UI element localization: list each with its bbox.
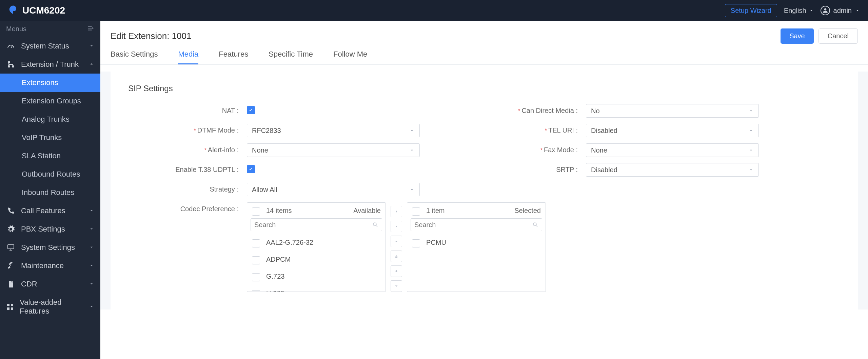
sidebar-item-system-status[interactable]: System Status <box>0 37 100 55</box>
user-name: admin <box>833 7 852 15</box>
tab-specific-time[interactable]: Specific Time <box>269 50 313 64</box>
nat-checkbox[interactable] <box>247 106 255 114</box>
can-direct-media-select[interactable]: No <box>586 104 759 118</box>
transfer-buttons <box>391 202 402 292</box>
transfer-available-search-input[interactable] <box>254 221 372 229</box>
sidebar-item-label: CDR <box>21 280 37 288</box>
chevron-up-icon <box>89 60 94 69</box>
transfer-move-up-button[interactable] <box>391 236 402 247</box>
srtp-select[interactable]: Disabled <box>586 163 759 177</box>
transfer-item[interactable]: ADPCM <box>247 251 386 268</box>
svg-rect-7 <box>11 307 13 310</box>
transfer-item[interactable]: H.263 <box>247 285 386 292</box>
checkbox[interactable] <box>252 256 260 264</box>
save-button[interactable]: Save <box>781 28 814 44</box>
transfer-selected-search[interactable] <box>411 218 542 231</box>
transfer-available-list[interactable]: AAL2-G.726-32 ADPCM G.723 H.263 <box>247 234 386 292</box>
monitor-icon <box>6 243 16 252</box>
user-menu[interactable]: admin <box>821 6 860 15</box>
sidebar-item-label: Maintenance <box>21 261 64 270</box>
strategy-select[interactable]: Allow All <box>247 183 420 196</box>
language-label: English <box>784 7 806 15</box>
chevron-down-icon <box>89 261 94 270</box>
dtmf-mode-select[interactable]: RFC2833 <box>247 124 420 137</box>
srtp-label: SRTP : <box>467 163 586 174</box>
svg-rect-6 <box>7 307 9 310</box>
transfer-available-search[interactable] <box>251 218 382 231</box>
fax-mode-select[interactable]: None <box>586 143 759 157</box>
can-direct-media-label: Can Direct Media : <box>521 107 578 114</box>
transfer-move-right-button[interactable] <box>391 221 402 232</box>
sidebar-subitem-extensions[interactable]: Extensions <box>0 74 100 92</box>
transfer-move-left-button[interactable] <box>391 206 402 217</box>
sidebar-item-cdr[interactable]: CDR <box>0 275 100 293</box>
chevron-down-icon <box>409 187 415 192</box>
checkbox[interactable] <box>252 273 260 281</box>
setup-wizard-button[interactable]: Setup Wizard <box>725 4 777 17</box>
tab-basic-settings[interactable]: Basic Settings <box>111 50 158 64</box>
brand-name: UCM6202 <box>22 5 65 16</box>
phone-icon <box>6 207 16 215</box>
transfer-selected-search-input[interactable] <box>414 221 532 229</box>
tab-features[interactable]: Features <box>219 50 248 64</box>
tab-follow-me[interactable]: Follow Me <box>333 50 367 64</box>
chevron-down-icon <box>89 280 94 288</box>
transfer-item[interactable]: AAL2-G.726-32 <box>247 234 386 251</box>
sidebar: Menus System Status Extension / Trunk Ex… <box>0 21 100 359</box>
fax-mode-label: Fax Mode : <box>544 146 578 154</box>
brand: UCM6202 <box>8 5 65 17</box>
svg-point-8 <box>373 223 376 226</box>
chevron-down-icon <box>748 128 754 133</box>
search-icon <box>372 222 378 228</box>
network-icon <box>6 60 16 68</box>
tel-uri-select[interactable]: Disabled <box>586 124 759 137</box>
nat-label: NAT : <box>128 104 247 115</box>
chevron-down-icon <box>409 147 415 153</box>
sidebar-item-extension-trunk[interactable]: Extension / Trunk <box>0 55 100 74</box>
codec-transfer: 14 items Available AAL2-G.726-32 <box>247 202 806 292</box>
sidebar-subitem-voip-trunks[interactable]: VoIP Trunks <box>0 128 100 147</box>
codec-pref-label: Codec Preference : <box>128 202 247 213</box>
sidebar-item-label: System Status <box>21 42 69 51</box>
sidebar-subitem-analog-trunks[interactable]: Analog Trunks <box>0 110 100 128</box>
transfer-move-top-button[interactable] <box>391 251 402 262</box>
checkbox[interactable] <box>412 239 420 247</box>
sidebar-subitem-extension-groups[interactable]: Extension Groups <box>0 92 100 110</box>
cancel-button[interactable]: Cancel <box>818 28 858 44</box>
section-title: SIP Settings <box>128 84 840 93</box>
menus-header: Menus <box>0 21 100 37</box>
chevron-down-icon <box>89 302 94 311</box>
transfer-item[interactable]: PCMU <box>407 234 546 251</box>
collapse-menu-icon[interactable] <box>87 24 94 34</box>
sidebar-subitem-inbound-routes[interactable]: Inbound Routes <box>0 183 100 202</box>
chevron-down-icon <box>855 8 860 13</box>
search-icon <box>532 222 538 228</box>
checkbox[interactable] <box>252 239 260 247</box>
transfer-selected-list[interactable]: PCMU <box>407 234 546 292</box>
svg-rect-1 <box>8 65 10 67</box>
tab-media[interactable]: Media <box>178 50 198 64</box>
transfer-item[interactable]: G.723 <box>247 268 386 285</box>
tools-icon <box>6 262 16 270</box>
sidebar-item-system-settings[interactable]: System Settings <box>0 238 100 257</box>
sidebar-item-value-added[interactable]: Value-added Features <box>0 293 100 320</box>
checkbox[interactable] <box>252 290 260 292</box>
sidebar-item-call-features[interactable]: Call Features <box>0 202 100 220</box>
transfer-available-selectall[interactable] <box>252 207 260 216</box>
dtmf-mode-label: DTMF Mode : <box>197 126 239 134</box>
sidebar-item-maintenance[interactable]: Maintenance <box>0 257 100 275</box>
transfer-selected-count: 1 item <box>426 207 445 215</box>
svg-point-9 <box>533 223 536 226</box>
chevron-down-icon <box>809 8 814 13</box>
sidebar-subitem-outbound-routes[interactable]: Outbound Routes <box>0 165 100 183</box>
avatar-icon <box>821 6 830 15</box>
strategy-label: Strategy : <box>128 183 247 193</box>
transfer-selected-selectall[interactable] <box>412 207 420 216</box>
transfer-move-bottom-button[interactable] <box>391 265 402 277</box>
alert-info-select[interactable]: None <box>247 143 420 157</box>
transfer-move-down-button[interactable] <box>391 280 402 292</box>
sidebar-item-pbx-settings[interactable]: PBX Settings <box>0 220 100 238</box>
enable-t38-checkbox[interactable] <box>247 165 255 173</box>
language-selector[interactable]: English <box>784 7 814 15</box>
sidebar-subitem-sla-station[interactable]: SLA Station <box>0 147 100 165</box>
